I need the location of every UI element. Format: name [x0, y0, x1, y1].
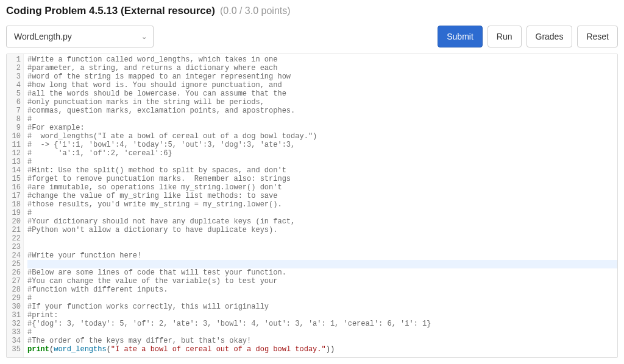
line-number: 35	[12, 345, 21, 354]
line-number: 34	[12, 337, 21, 345]
line-number: 22	[12, 234, 21, 243]
code-line[interactable]: #word of the string is mapped to an inte…	[27, 72, 617, 81]
line-number: 27	[12, 277, 21, 285]
line-number: 15	[12, 175, 21, 183]
code-line[interactable]: #Your dictionary should not have any dup…	[27, 217, 617, 226]
line-number: 13	[12, 158, 21, 166]
code-line[interactable]: #change the value of my_string like list…	[27, 192, 617, 200]
code-line[interactable]: #You can change the value of the variabl…	[27, 277, 617, 285]
line-number: 20	[12, 217, 21, 226]
run-button[interactable]: Run	[488, 26, 522, 47]
points-display: (0.0 / 3.0 points)	[220, 5, 291, 16]
code-line[interactable]: #those results, you'd write my_string = …	[27, 200, 617, 209]
file-select-value: WordLength.py	[14, 32, 72, 41]
code-line[interactable]: #For example:	[27, 124, 617, 132]
line-number: 31	[12, 311, 21, 320]
code-line[interactable]: #Below are some lines of code that will …	[27, 268, 617, 277]
toolbar: WordLength.py ⌄ Submit Run Grades Reset	[6, 26, 618, 47]
line-number: 4	[12, 81, 21, 89]
line-number: 28	[12, 285, 21, 294]
grades-button[interactable]: Grades	[526, 26, 573, 47]
line-number: 19	[12, 209, 21, 217]
header: Coding Problem 4.5.13 (External resource…	[6, 5, 618, 17]
code-line[interactable]: #	[27, 115, 617, 124]
line-number: 1	[12, 55, 21, 64]
code-line[interactable]: # -> {'i':1, 'bowl':4, 'today':5, 'out':…	[27, 141, 617, 149]
code-line[interactable]: #	[27, 328, 617, 337]
code-line[interactable]: #only punctuation marks in the string wi…	[27, 98, 617, 107]
code-line[interactable]: #	[27, 158, 617, 166]
line-number: 25	[12, 260, 21, 268]
line-number: 10	[12, 132, 21, 141]
code-line[interactable]: #all the words should be lowercase. You …	[27, 89, 617, 98]
code-line[interactable]: #Hint: Use the split() method to split b…	[27, 166, 617, 175]
code-line[interactable]: #If your function works correctly, this …	[27, 303, 617, 311]
line-number: 2	[12, 64, 21, 72]
line-number: 26	[12, 268, 21, 277]
file-select[interactable]: WordLength.py ⌄	[6, 26, 154, 47]
code-line[interactable]	[27, 234, 617, 243]
code-line[interactable]: # word_lengths("I ate a bowl of cereal o…	[27, 132, 617, 141]
code-line[interactable]: #Write a function called word_lengths, w…	[27, 55, 617, 64]
line-number: 21	[12, 226, 21, 234]
line-number: 6	[12, 98, 21, 107]
code-area[interactable]: #Write a function called word_lengths, w…	[24, 54, 617, 357]
code-line[interactable]: #	[27, 294, 617, 303]
code-line[interactable]: #The order of the keys may differ, but t…	[27, 337, 617, 345]
line-number: 17	[12, 192, 21, 200]
line-number: 3	[12, 72, 21, 81]
code-line[interactable]: # 'a':1, 'of':2, 'cereal':6}	[27, 149, 617, 158]
code-line[interactable]: #print:	[27, 311, 617, 320]
line-number: 29	[12, 294, 21, 303]
code-line[interactable]: #function with different inputs.	[27, 285, 617, 294]
code-line[interactable]: #Write your function here!	[27, 251, 617, 260]
line-number: 7	[12, 107, 21, 115]
line-number: 14	[12, 166, 21, 175]
line-number: 5	[12, 89, 21, 98]
code-line[interactable]: #how long that word is. You should ignor…	[27, 81, 617, 89]
code-line[interactable]: #are immutable, so operations like my_st…	[27, 183, 617, 192]
line-gutter: 1234567891011121314151617181920212223242…	[7, 54, 24, 357]
code-line[interactable]	[27, 260, 617, 268]
code-line[interactable]: #parameter, a string, and returns a dict…	[27, 64, 617, 72]
line-number: 18	[12, 200, 21, 209]
code-line[interactable]: #Python won't allow a dictionary to have…	[27, 226, 617, 234]
chevron-down-icon: ⌄	[141, 33, 147, 41]
problem-title: Coding Problem 4.5.13 (External resource…	[6, 5, 215, 17]
line-number: 12	[12, 149, 21, 158]
line-number: 33	[12, 328, 21, 337]
line-number: 24	[12, 251, 21, 260]
code-line[interactable]: #forget to remove punctuation marks. Rem…	[27, 175, 617, 183]
code-line[interactable]: #commas, question marks, exclamation poi…	[27, 107, 617, 115]
line-number: 11	[12, 141, 21, 149]
line-number: 32	[12, 320, 21, 328]
code-line[interactable]: #{'dog': 3, 'today': 5, 'of': 2, 'ate': …	[27, 320, 617, 328]
code-line[interactable]: #	[27, 209, 617, 217]
line-number: 23	[12, 243, 21, 251]
code-line[interactable]	[27, 243, 617, 251]
line-number: 30	[12, 303, 21, 311]
code-editor[interactable]: 1234567891011121314151617181920212223242…	[6, 54, 618, 358]
editor-scroll[interactable]: 1234567891011121314151617181920212223242…	[7, 54, 617, 357]
line-number: 16	[12, 183, 21, 192]
submit-button[interactable]: Submit	[438, 26, 483, 47]
reset-button[interactable]: Reset	[577, 26, 618, 47]
line-number: 9	[12, 124, 21, 132]
line-number: 8	[12, 115, 21, 124]
code-line[interactable]: print(word_lengths("I ate a bowl of cere…	[27, 345, 617, 354]
